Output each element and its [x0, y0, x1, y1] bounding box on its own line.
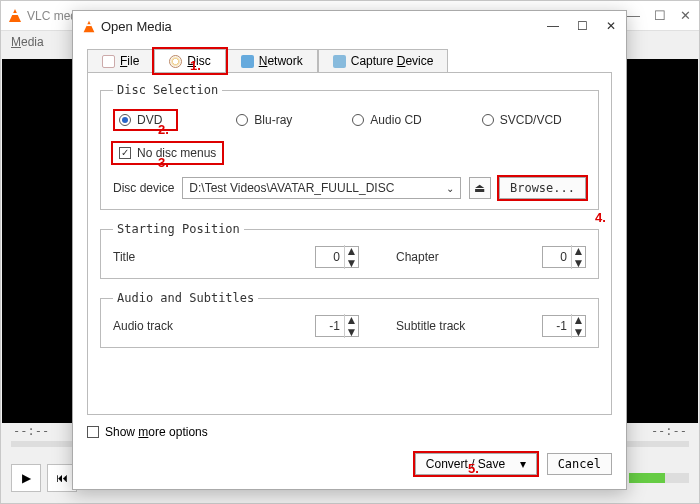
- subtitle-track-stepper[interactable]: -1 ▲▼: [542, 315, 586, 337]
- browse-button[interactable]: Browse...: [499, 177, 586, 199]
- disc-device-value: D:\Test Videos\AVATAR_FUULL_DISC: [189, 181, 394, 195]
- play-button[interactable]: ▶: [11, 464, 41, 492]
- cancel-button[interactable]: Cancel: [547, 453, 612, 475]
- tab-disc[interactable]: Disc Disc: [154, 49, 225, 73]
- volume-slider[interactable]: [629, 473, 689, 483]
- dialog-title: Open Media: [101, 19, 172, 34]
- dialog-maximize-icon[interactable]: ☐: [577, 19, 588, 33]
- dialog-cone-icon: [84, 20, 95, 32]
- checkbox-no-disc-menus[interactable]: ✓ No disc menus: [113, 143, 222, 163]
- no-disc-menus-label: No disc menus: [137, 146, 216, 160]
- radio-dvd[interactable]: DVD: [115, 111, 176, 129]
- capture-icon: [333, 55, 346, 68]
- disc-device-select[interactable]: D:\Test Videos\AVATAR_FUULL_DISC ⌄: [182, 177, 461, 199]
- disc-icon: [169, 55, 182, 68]
- radio-audiocd[interactable]: Audio CD: [352, 113, 421, 127]
- audio-subtitles-legend: Audio and Subtitles: [113, 291, 258, 305]
- radio-dot-icon: [119, 114, 131, 126]
- audio-subtitles-fieldset: Audio and Subtitles Audio track -1 ▲▼ Su…: [100, 291, 599, 348]
- tab-file[interactable]: File File: [87, 49, 154, 73]
- audio-track-stepper[interactable]: -1 ▲▼: [315, 315, 359, 337]
- time-remaining: --:--: [651, 424, 687, 438]
- disc-pane: Disc Selection DVD Blu-ray Audio CD SVCD…: [87, 72, 612, 415]
- tab-capture[interactable]: Capture Device Capture Device: [318, 49, 449, 73]
- dialog-titlebar: Open Media — ☐ ✕: [73, 11, 626, 41]
- disc-device-label: Disc device: [113, 181, 174, 195]
- dialog-minimize-icon[interactable]: —: [547, 19, 559, 33]
- file-icon: [102, 55, 115, 68]
- disc-selection-legend: Disc Selection: [113, 83, 222, 97]
- checkbox-icon: [87, 426, 99, 438]
- dialog-footer: Show more options Show more options Conv…: [73, 415, 626, 489]
- dialog-close-icon[interactable]: ✕: [606, 19, 616, 33]
- tabs: File File Disc Disc Network Network Capt…: [87, 49, 612, 72]
- radio-dot-icon: [236, 114, 248, 126]
- starting-position-legend: Starting Position: [113, 222, 244, 236]
- close-icon[interactable]: ✕: [680, 8, 691, 23]
- open-media-dialog: Open Media — ☐ ✕ File File Disc Disc Net…: [72, 10, 627, 490]
- convert-save-button[interactable]: Convert / Save ▾: [415, 453, 537, 475]
- radio-dot-icon: [482, 114, 494, 126]
- subtitle-track-label: Subtitle track: [396, 319, 536, 333]
- disc-selection-fieldset: Disc Selection DVD Blu-ray Audio CD SVCD…: [100, 83, 599, 210]
- chapter-stepper[interactable]: 0 ▲▼: [542, 246, 586, 268]
- title-label: Title: [113, 250, 223, 264]
- checkbox-icon: ✓: [119, 147, 131, 159]
- tab-network[interactable]: Network Network: [226, 49, 318, 73]
- eject-button[interactable]: ⏏: [469, 177, 491, 199]
- vlc-cone-icon: [9, 9, 21, 22]
- dropdown-icon: ▾: [520, 457, 526, 471]
- minimize-icon[interactable]: —: [627, 8, 640, 23]
- chapter-label: Chapter: [396, 250, 536, 264]
- radio-bluray[interactable]: Blu-ray: [236, 113, 292, 127]
- radio-svcd[interactable]: SVCD/VCD: [482, 113, 562, 127]
- network-icon: [241, 55, 254, 68]
- radio-dot-icon: [352, 114, 364, 126]
- checkbox-show-more-options[interactable]: Show more options Show more options: [87, 425, 612, 439]
- chevron-down-icon: ⌄: [446, 183, 454, 194]
- starting-position-fieldset: Starting Position Title 0 ▲▼ Chapter 0 ▲…: [100, 222, 599, 279]
- audio-track-label: Audio track: [113, 319, 223, 333]
- title-stepper[interactable]: 0 ▲▼: [315, 246, 359, 268]
- maximize-icon[interactable]: ☐: [654, 8, 666, 23]
- time-elapsed: --:--: [13, 424, 49, 438]
